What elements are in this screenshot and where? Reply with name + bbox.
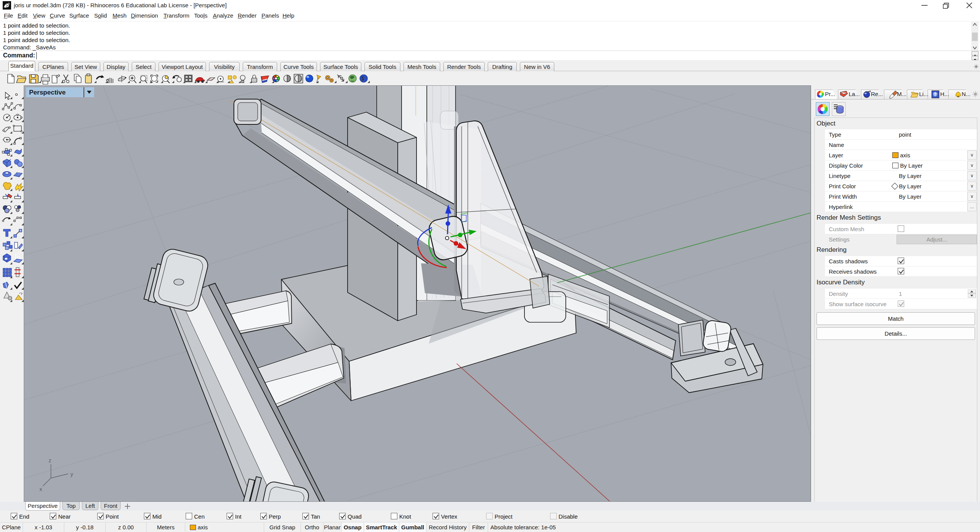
svg-text:Perspective: Perspective <box>29 89 65 96</box>
svg-text:La...: La... <box>849 91 860 97</box>
svg-text:M...: M... <box>897 91 906 97</box>
svg-text:Re...: Re... <box>871 91 883 97</box>
svg-text:6: 6 <box>8 2 10 5</box>
svg-text:y: y <box>70 471 73 477</box>
svg-text:?: ? <box>362 76 365 82</box>
svg-text:Pr...: Pr... <box>825 91 835 97</box>
svg-text:N...: N... <box>962 91 970 97</box>
svg-text:H...: H... <box>940 91 949 97</box>
svg-text:x: x <box>39 486 42 492</box>
svg-text:z: z <box>49 457 51 463</box>
svg-text:Li...: Li... <box>919 91 928 97</box>
svg-text:?: ? <box>934 92 936 97</box>
